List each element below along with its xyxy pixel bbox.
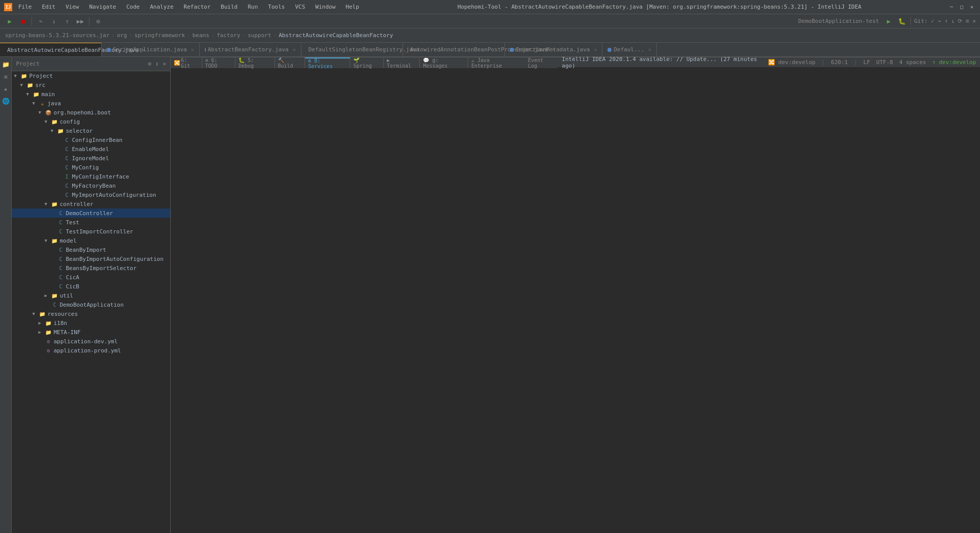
tree-testimportcontroller[interactable]: C TestImportController	[12, 227, 170, 236]
menu-window[interactable]: Window	[313, 3, 338, 11]
menu-build[interactable]: Build	[219, 3, 239, 11]
tree-test[interactable]: C Test	[12, 218, 170, 227]
indent-info[interactable]: 4 spaces	[899, 59, 926, 66]
resume-button[interactable]: ▶▶	[75, 16, 86, 27]
tree-src[interactable]: ▼ 📁 src	[12, 80, 170, 90]
step-over-button[interactable]: ↷	[35, 16, 46, 27]
cursor-position: 620:1	[831, 59, 848, 66]
tab-default-singleton[interactable]: DefaultSingletonBeanRegistry.java ✕	[301, 43, 403, 56]
tree-configinnerbean[interactable]: C ConfigInnerBean	[12, 135, 170, 144]
bc-beans[interactable]: beans	[192, 32, 209, 39]
project-expand-icon[interactable]: ↕	[156, 61, 159, 67]
bc-springframework[interactable]: springframework	[134, 32, 185, 39]
tree-cica[interactable]: C CicA	[12, 273, 170, 282]
bc-factory[interactable]: factory	[217, 32, 240, 39]
tree-ignoremodel[interactable]: C IgnoreModel	[12, 154, 170, 163]
tree-config[interactable]: ▼ 📁 config	[12, 117, 170, 126]
favorites-icon[interactable]: ★	[0, 83, 11, 95]
bc-jar[interactable]: spring-beans-5.3.21-sources.jar	[5, 32, 109, 39]
run-button[interactable]: ▶	[4, 16, 15, 27]
tree-myfactorybean[interactable]: C MyFactoryBean	[12, 181, 170, 190]
tree-java[interactable]: ▼ ☕ java	[12, 99, 170, 108]
tree-main[interactable]: ▼ 📁 main	[12, 90, 170, 99]
step-into-button[interactable]: ↓	[48, 16, 59, 27]
tree-app-dev[interactable]: ⚙ application-dev.yml	[12, 337, 170, 346]
btn-services[interactable]: ⚙ 8: Services	[305, 57, 350, 68]
tab-abstract-bean-factory[interactable]: AbstractBeanFactory.java ✕	[200, 43, 301, 56]
tab-close[interactable]: ✕	[191, 47, 194, 52]
run-config-debug[interactable]: 🐛	[896, 16, 907, 27]
tree-org-hopehomi[interactable]: ▼ 📦 org.hopehomi.boot	[12, 108, 170, 117]
tree-myconfiginterface[interactable]: I MyConfigInterface	[12, 172, 170, 181]
menu-file[interactable]: File	[16, 3, 34, 11]
bc-org[interactable]: org	[117, 32, 127, 39]
tree-arrow: ▼	[44, 119, 50, 124]
menu-vcs[interactable]: VCS	[293, 3, 307, 11]
menu-help[interactable]: Help	[344, 3, 361, 11]
project-close-icon[interactable]: ✕	[163, 61, 166, 67]
project-icon[interactable]: 📁	[0, 59, 11, 70]
tree-demobootapp[interactable]: C DemoBootApplication	[12, 300, 170, 309]
tree-beansbyimportselector[interactable]: C BeansByImportSelector	[12, 263, 170, 273]
tree-enablemodel[interactable]: C EnableModel	[12, 144, 170, 154]
web-icon[interactable]: 🌐	[0, 96, 11, 107]
step-out-button[interactable]: ↑	[62, 16, 73, 27]
menu-run[interactable]: Run	[246, 3, 260, 11]
git-branch[interactable]: 🔀 dev:develop	[768, 59, 815, 66]
menu-analyze[interactable]: Analyze	[148, 3, 175, 11]
tab-close[interactable]: ✕	[594, 47, 597, 52]
tree-cicb[interactable]: C CicB	[12, 282, 170, 291]
menu-navigate[interactable]: Navigate	[87, 3, 118, 11]
tree-resources[interactable]: ▼ 📁 resources	[12, 309, 170, 318]
minimize-button[interactable]: ─	[947, 3, 956, 11]
line-ending[interactable]: LF	[864, 59, 870, 66]
tree-beanbyimportauto[interactable]: C BeanByImportAutoConfiguration	[12, 254, 170, 263]
btn-java-enterprise[interactable]: ☕ Java Enterprise	[468, 57, 525, 68]
tab-close[interactable]: ✕	[142, 47, 145, 53]
tree-util[interactable]: ▶ 📁 util	[12, 291, 170, 300]
bc-class[interactable]: AbstractAutowireCapableBeanFactory	[279, 32, 393, 39]
tree-beanbyimport[interactable]: C BeanByImport	[12, 245, 170, 254]
btn-spring[interactable]: 🌱 Spring	[350, 57, 384, 68]
project-settings-icon[interactable]: ⚙	[148, 61, 151, 67]
structure-icon[interactable]: ≡	[0, 71, 11, 82]
maximize-button[interactable]: □	[958, 3, 966, 11]
tab-close[interactable]: ✕	[552, 47, 555, 52]
menu-code[interactable]: Code	[124, 3, 142, 11]
tab-default-short[interactable]: Defaul... ✕	[602, 43, 657, 56]
tree-myimportauto[interactable]: C MyImportAutoConfiguration	[12, 190, 170, 199]
tree-controller[interactable]: ▼ 📁 controller	[12, 199, 170, 209]
tab-close[interactable]: ✕	[293, 47, 296, 52]
bc-support[interactable]: support	[248, 32, 271, 39]
menu-view[interactable]: View	[64, 3, 81, 11]
tree-project[interactable]: ▼ 📁 Project	[12, 71, 170, 80]
btn-event-log[interactable]: Event Log	[525, 57, 558, 68]
tree-i18n[interactable]: ▶ 📁 i18n	[12, 318, 170, 328]
tree-meta-inf[interactable]: ▶ 📁 META-INF	[12, 328, 170, 337]
settings-button[interactable]: ⚙	[93, 16, 104, 27]
close-button[interactable]: ✕	[968, 3, 976, 11]
menu-refactor[interactable]: Refactor	[181, 3, 212, 11]
run-config-run[interactable]: ▶	[883, 16, 894, 27]
tab-spring-application[interactable]: SpringApplication.java ✕	[102, 43, 200, 56]
btn-messages[interactable]: 💬 g: Messages	[420, 57, 468, 68]
tree-democontroller[interactable]: C DemoController	[12, 209, 170, 218]
tab-autowired-annotation[interactable]: AutowiredAnnotationBeanPostProcessor.jav…	[403, 43, 505, 56]
menu-tools[interactable]: Tools	[266, 3, 287, 11]
btn-debug[interactable]: 🐛 5: Debug	[235, 57, 274, 68]
btn-build[interactable]: 🔨 Build	[275, 57, 305, 68]
tree-selector[interactable]: ▼ 📁 selector	[12, 126, 170, 135]
tab-abstract-autowire[interactable]: AbstractAutowireCapableBeanFactory.java …	[0, 43, 102, 56]
stop-button[interactable]: ■	[17, 16, 28, 27]
tree-app-prod[interactable]: ⚙ application-prod.yml	[12, 346, 170, 355]
git-label: Git: ✓ → ↑ ↓ ⟳ ≡ ✕	[914, 18, 976, 24]
btn-todo[interactable]: ≡ 6: TODO	[202, 57, 236, 68]
btn-git[interactable]: 🔀 6: Git	[171, 57, 202, 68]
tree-myconfig[interactable]: C MyConfig	[12, 163, 170, 172]
encoding[interactable]: UTF-8	[876, 59, 893, 66]
btn-terminal[interactable]: ▶ Terminal	[384, 57, 420, 68]
tree-model[interactable]: ▼ 📁 model	[12, 236, 170, 245]
menu-edit[interactable]: Edit	[40, 3, 58, 11]
tab-close[interactable]: ✕	[423, 47, 426, 52]
tab-close[interactable]: ✕	[648, 47, 651, 52]
